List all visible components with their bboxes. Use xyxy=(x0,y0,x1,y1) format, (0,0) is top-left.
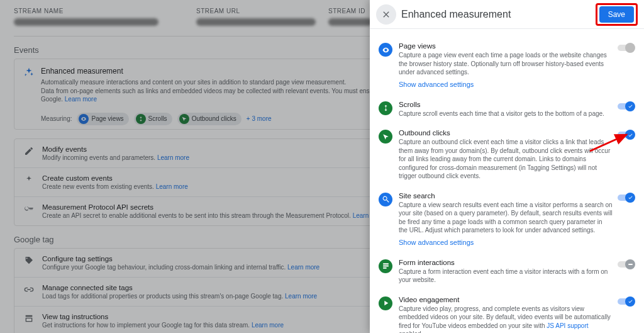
scroll-icon xyxy=(379,101,392,115)
setting-desc: Capture video play, progress, and comple… xyxy=(399,305,613,334)
show-advanced-link[interactable]: Show advanced settings xyxy=(399,81,474,88)
setting-desc: Capture a page view event each time a pa… xyxy=(399,51,613,77)
panel-title: Enhanced measurement xyxy=(401,9,596,20)
setting-outbound-clicks: Outbound clicks Capture an outbound clic… xyxy=(379,123,635,186)
setting-site-search: Site search Capture a view search result… xyxy=(379,186,635,253)
setting-title: Form interactions xyxy=(399,259,613,266)
setting-desc: Capture scroll events each time that a v… xyxy=(399,110,613,118)
setting-desc: Capture a view search results event each… xyxy=(399,201,613,235)
setting-title: Video engagement xyxy=(399,296,613,303)
setting-desc: Capture a form interaction event each ti… xyxy=(399,268,613,285)
close-icon xyxy=(381,9,391,20)
setting-page-views: Page views Capture a page view event eac… xyxy=(379,37,635,95)
setting-desc: Capture an outbound click event each tim… xyxy=(399,138,613,181)
setting-title: Scrolls xyxy=(399,101,613,108)
play-icon xyxy=(379,296,392,310)
setting-video-engagement: Video engagement Capture video play, pro… xyxy=(379,290,635,334)
close-button[interactable] xyxy=(376,4,396,25)
show-advanced-link[interactable]: Show advanced settings xyxy=(399,239,474,246)
eye-icon xyxy=(379,43,392,57)
setting-form-interactions: Form interactions Capture a form interac… xyxy=(379,253,635,290)
cursor-icon xyxy=(379,130,392,144)
toggle-site-search[interactable] xyxy=(616,193,635,203)
search-icon xyxy=(379,193,392,206)
js-api-support-link[interactable]: JS API support xyxy=(547,322,588,329)
toggle-video-engagement[interactable] xyxy=(616,296,635,307)
toggle-outbound-clicks[interactable] xyxy=(616,130,635,140)
setting-title: Site search xyxy=(399,192,613,200)
form-icon xyxy=(379,259,392,273)
setting-scrolls: Scrolls Capture scroll events each time … xyxy=(379,95,635,124)
toggle-page-views xyxy=(616,43,635,53)
toggle-form-interactions[interactable] xyxy=(616,259,635,269)
save-highlight-box: Save xyxy=(596,3,638,26)
toggle-scrolls[interactable] xyxy=(616,101,635,111)
save-button[interactable]: Save xyxy=(599,6,634,23)
setting-title: Outbound clicks xyxy=(399,129,613,137)
enhanced-measurement-panel: Enhanced measurement Save Page views Cap… xyxy=(370,0,644,333)
setting-title: Page views xyxy=(399,42,613,50)
